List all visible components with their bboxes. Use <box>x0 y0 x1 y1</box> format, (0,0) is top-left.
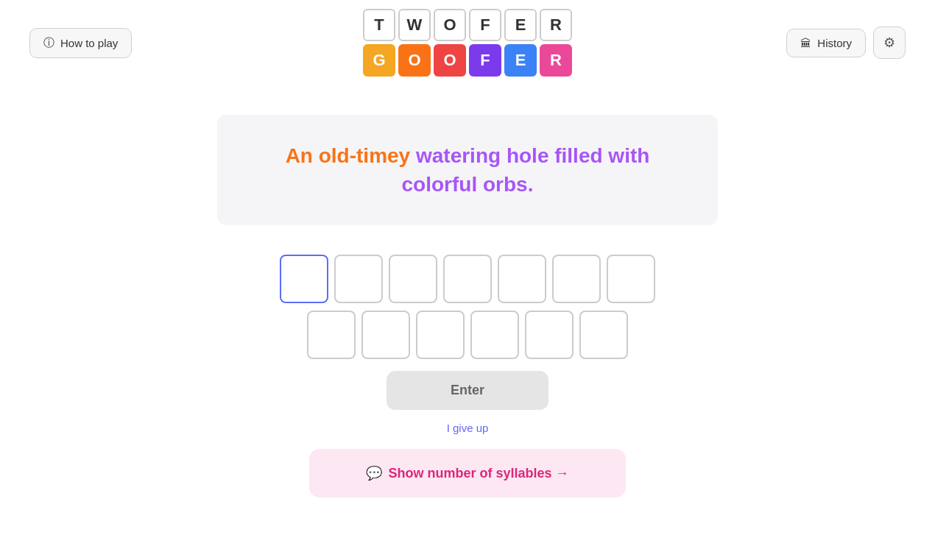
clue-word-an: An <box>286 144 319 167</box>
letter-box-1-1[interactable] <box>280 255 328 303</box>
logo-tile-O1: O <box>434 9 466 41</box>
clue-box: An old-timey watering hole filled with c… <box>217 115 718 225</box>
letter-box-2-3[interactable] <box>416 311 465 359</box>
logo-tile-R2: R <box>540 44 572 77</box>
letter-box-2-5[interactable] <box>525 311 574 359</box>
letter-box-2-1[interactable] <box>307 311 356 359</box>
clue-word-hole: hole <box>507 144 554 167</box>
input-row-2 <box>307 311 628 359</box>
history-button[interactable]: 🏛 History <box>786 29 866 57</box>
syllables-label: Show number of syllables → <box>388 466 568 481</box>
enter-button[interactable]: Enter <box>387 371 548 410</box>
clue-word-colorful: colorful <box>402 173 483 196</box>
logo-tile-T: T <box>363 9 395 41</box>
logo-tile-F2: F <box>469 44 501 77</box>
logo-tile-O2: O <box>398 44 431 77</box>
help-icon: ⓘ <box>43 36 54 50</box>
header-left: ⓘ How to play <box>29 28 132 58</box>
clue-text: An old-timey watering hole filled with c… <box>253 141 682 199</box>
header-right: 🏛 History ⚙ <box>786 26 906 59</box>
letter-box-2-2[interactable] <box>361 311 410 359</box>
letter-box-1-5[interactable] <box>498 255 546 303</box>
header: ⓘ How to play T W O F E R G O O F E R 🏛 … <box>0 0 935 85</box>
clue-word-orbs: orbs. <box>483 173 533 196</box>
game-logo: T W O F E R G O O F E R <box>363 9 572 77</box>
letter-box-1-2[interactable] <box>334 255 383 303</box>
letter-box-1-3[interactable] <box>389 255 437 303</box>
letter-box-2-6[interactable] <box>579 311 628 359</box>
logo-tile-W: W <box>398 9 431 41</box>
input-row-1 <box>280 255 655 303</box>
give-up-link[interactable]: I give up <box>0 422 935 434</box>
syllables-button[interactable]: 💬 Show number of syllables → <box>309 449 626 497</box>
clue-word-filled: filled <box>554 144 608 167</box>
history-icon: 🏛 <box>800 37 811 49</box>
clue-word-old-timey: old-timey <box>319 144 416 167</box>
letter-box-1-6[interactable] <box>552 255 601 303</box>
logo-tile-E2: E <box>504 44 537 77</box>
clue-word-with: with <box>608 144 649 167</box>
settings-icon: ⚙ <box>883 35 895 51</box>
logo-tile-R1: R <box>540 9 572 41</box>
logo-tile-F: F <box>469 9 501 41</box>
how-to-play-button[interactable]: ⓘ How to play <box>29 28 132 58</box>
logo-top-row: T W O F E R <box>363 9 572 41</box>
logo-tile-E1: E <box>504 9 537 41</box>
logo-tile-G: G <box>363 44 395 77</box>
logo-tile-O3: O <box>434 44 466 77</box>
syllables-icon: 💬 <box>366 465 382 481</box>
letter-box-2-4[interactable] <box>470 311 519 359</box>
letter-box-1-4[interactable] <box>443 255 492 303</box>
clue-word-watering: watering <box>416 144 507 167</box>
settings-button[interactable]: ⚙ <box>873 26 906 59</box>
logo-bottom-row: G O O F E R <box>363 44 572 77</box>
history-label: History <box>817 37 852 49</box>
letter-box-1-7[interactable] <box>607 255 655 303</box>
how-to-play-label: How to play <box>60 37 118 49</box>
input-area <box>0 255 935 359</box>
